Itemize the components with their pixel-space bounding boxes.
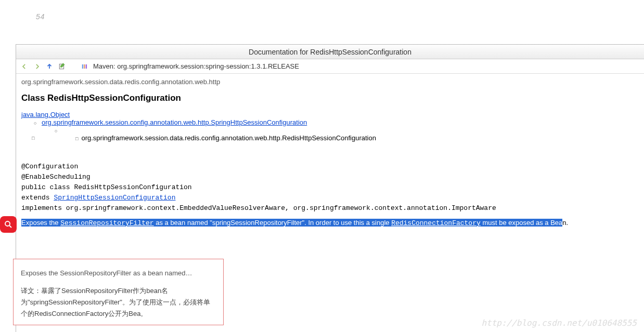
line-number: 54 <box>18 11 49 23</box>
type-hierarchy-link[interactable]: org.springframework.session.config.annot… <box>42 118 307 126</box>
documentation-content: org.springframework.session.data.redis.c… <box>16 74 644 231</box>
documentation-toolbar: Maven: org.springframework.session:sprin… <box>16 59 644 74</box>
link-session-repository-filter[interactable]: SessionRepositoryFilter <box>60 219 153 227</box>
documentation-titlebar: Documentation for RedisHttpSessionConfig… <box>16 45 644 59</box>
class-declaration: @Configuration @EnableScheduling public … <box>21 162 639 214</box>
translation-text: 暴露了SessionRepositoryFilter作为bean名为"sprin… <box>21 287 210 317</box>
class-signature: public class RedisHttpSessionConfigurati… <box>21 182 639 193</box>
svg-rect-2 <box>84 64 85 68</box>
link-redis-connection-factory[interactable]: RedisConnectionFactory <box>391 219 481 227</box>
superclass-link[interactable]: SpringHttpSessionConfiguration <box>54 194 175 202</box>
back-icon[interactable] <box>20 62 29 71</box>
source-library-label: Maven: org.springframework.session:sprin… <box>93 62 299 70</box>
svg-rect-1 <box>82 64 83 68</box>
library-icon <box>81 62 89 71</box>
implements-line: implements org.springframework.context.E… <box>21 203 639 214</box>
edit-source-icon[interactable] <box>58 62 66 71</box>
class-title: Class RedisHttpSessionConfiguration <box>21 93 639 103</box>
search-badge[interactable] <box>0 216 17 233</box>
type-hierarchy-leaf: org.springframework.session.data.redis.c… <box>81 134 376 142</box>
forward-icon[interactable] <box>33 62 41 71</box>
extends-keyword: extends <box>21 194 54 202</box>
watermark: http://blog.csdn.net/u010648555 <box>481 318 637 328</box>
svg-rect-3 <box>86 64 87 68</box>
annotation: @EnableScheduling <box>21 172 639 182</box>
translation-original: Exposes the SessionRepositoryFilter as a… <box>21 268 216 279</box>
type-hierarchy-root-link[interactable]: java.lang.Object <box>21 111 70 118</box>
package-name: org.springframework.session.data.redis.c… <box>21 78 639 86</box>
class-description: Exposes the SessionRepositoryFilter as a… <box>21 219 639 227</box>
svg-point-4 <box>5 221 10 226</box>
translation-label: 译文： <box>21 287 41 295</box>
translation-body: 译文：暴露了SessionRepositoryFilter作为bean名为"sp… <box>21 285 216 320</box>
translation-popup: Exposes the SessionRepositoryFilter as a… <box>13 259 224 325</box>
up-arrow-icon[interactable] <box>45 62 54 71</box>
annotation: @Configuration <box>21 162 639 172</box>
